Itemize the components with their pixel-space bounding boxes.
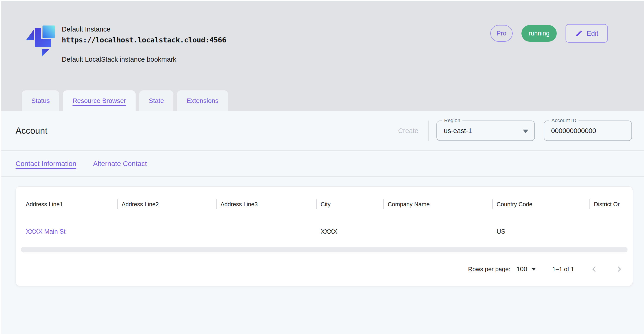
resource-controls: Create Region us-east-1 Account ID 00000…: [395, 121, 632, 141]
controls-divider: [428, 121, 428, 141]
resource-title: Account: [16, 126, 47, 136]
main-tabs: Status Resource Browser State Extensions: [22, 90, 228, 111]
caret-down-icon: [532, 268, 536, 271]
instance-title: Default Instance: [62, 25, 110, 33]
tab-label: Extensions: [187, 97, 218, 105]
horizontal-scrollbar[interactable]: [21, 247, 628, 252]
tab-label: State: [149, 97, 164, 105]
edit-button[interactable]: Edit: [566, 24, 608, 43]
table-header-row: Address Line1 Address Line2 Address Line…: [16, 186, 632, 216]
rows-per-page-value: 100: [516, 265, 527, 273]
rows-per-page-label: Rows per page:: [468, 266, 510, 273]
resource-header: Account Create Region us-east-1 Account …: [1, 111, 644, 151]
create-button[interactable]: Create: [395, 127, 421, 135]
cell-district: [590, 216, 632, 247]
region-select-value: us-east-1: [437, 127, 472, 135]
resource-subtabs: Contact Information Alternate Contact: [1, 151, 644, 177]
region-select[interactable]: Region us-east-1: [436, 121, 535, 141]
table-pagination: Rows per page: 100 1–1 of 1: [16, 252, 632, 286]
subtab-alternate-contact[interactable]: Alternate Contact: [93, 160, 147, 167]
instance-badges: Pro running Edit: [490, 24, 608, 43]
cell-country-code: US: [492, 216, 590, 247]
localstack-logo-icon: [23, 23, 56, 57]
subtab-contact-information[interactable]: Contact Information: [16, 160, 76, 167]
resource-browser-panel: Account Create Region us-east-1 Account …: [1, 111, 644, 334]
column-header-country-code: Country Code: [492, 192, 590, 216]
column-header-address-line1: Address Line1: [16, 192, 117, 216]
tab-resource-browser[interactable]: Resource Browser: [63, 90, 135, 111]
pagination-range: 1–1 of 1: [552, 266, 574, 273]
cell-address-line3: [216, 216, 316, 247]
column-header-company-name: Company Name: [383, 192, 492, 216]
instance-header: Default Instance https://localhost.local…: [1, 1, 644, 111]
instance-description: Default LocalStack instance bookmark: [62, 56, 176, 63]
status-badge: running: [522, 25, 557, 42]
account-id-label: Account ID: [549, 118, 578, 124]
tab-status[interactable]: Status: [22, 90, 59, 111]
cell-company-name: [383, 216, 492, 247]
column-header-address-line3: Address Line3: [216, 192, 316, 216]
tab-label: Status: [31, 97, 50, 105]
account-id-field[interactable]: Account ID 000000000000: [544, 121, 632, 141]
chevron-down-icon: [523, 130, 528, 133]
next-page-button[interactable]: [614, 264, 624, 274]
rows-per-page-select[interactable]: 100: [516, 265, 536, 273]
contacts-table-card: Address Line1 Address Line2 Address Line…: [16, 186, 633, 286]
chevron-right-icon: [615, 265, 623, 273]
localstack-app: Default Instance https://localhost.local…: [1, 1, 644, 334]
cell-address-line1-link[interactable]: XXXX Main St: [16, 216, 117, 247]
column-header-address-line2: Address Line2: [117, 192, 216, 216]
tab-label: Resource Browser: [72, 97, 126, 105]
cell-city: XXXX: [316, 216, 383, 247]
tab-extensions[interactable]: Extensions: [177, 90, 228, 111]
instance-url: https://localhost.localstack.cloud:4566: [62, 36, 226, 44]
edit-button-label: Edit: [587, 30, 598, 37]
pencil-icon: [575, 29, 583, 37]
tab-state[interactable]: State: [139, 90, 174, 111]
cell-address-line2: [117, 216, 216, 247]
column-header-city: City: [316, 192, 383, 216]
pro-badge: Pro: [490, 25, 512, 42]
chevron-left-icon: [590, 265, 598, 273]
table-row: XXXX Main St XXXX US: [16, 216, 632, 247]
account-id-value: 000000000000: [544, 127, 596, 135]
region-select-label: Region: [442, 118, 462, 124]
previous-page-button[interactable]: [589, 264, 599, 274]
column-header-district: District Or: [590, 192, 632, 216]
